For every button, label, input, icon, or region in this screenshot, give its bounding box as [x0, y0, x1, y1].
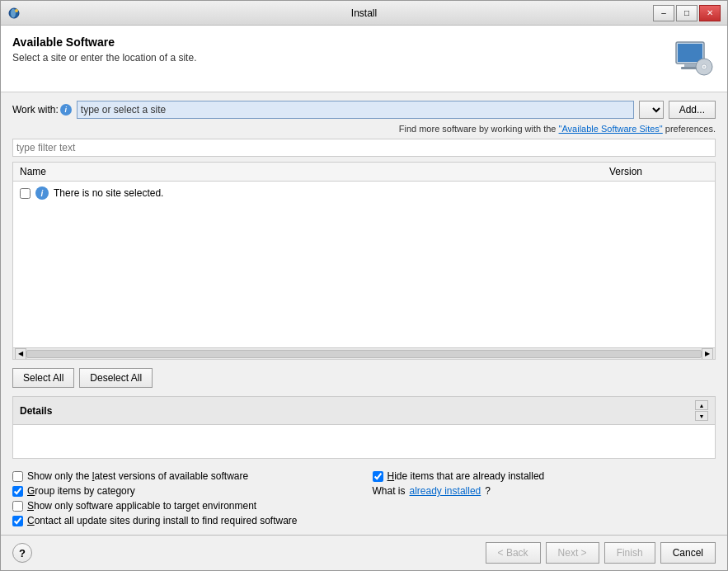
scroll-right-btn[interactable]: ▶ — [702, 348, 713, 360]
option-latest-versions-checkbox[interactable] — [12, 471, 23, 482]
header-text: Available Software Select a site or ente… — [12, 35, 196, 64]
cancel-button[interactable]: Cancel — [660, 542, 716, 564]
title-bar-controls: – □ ✕ — [653, 5, 721, 21]
option-contact-update-sites-label: Contact all update sites during install … — [27, 515, 298, 526]
software-table: Name Version i There is no site selected… — [12, 162, 716, 360]
details-title-bar: Details ▲ ▼ — [13, 397, 715, 425]
option-hide-installed-checkbox[interactable] — [373, 471, 383, 482]
table-body: i There is no site selected. — [13, 182, 715, 347]
footer: ? < Back Next > Finish Cancel — [1, 535, 727, 570]
what-is-label: What is — [373, 485, 406, 497]
scroll-left-btn[interactable]: ◀ — [15, 348, 26, 360]
row-info-icon: i — [35, 186, 49, 200]
details-scroll-down[interactable]: ▼ — [695, 411, 708, 421]
site-input[interactable] — [77, 101, 634, 119]
details-scroll-up[interactable]: ▲ — [695, 400, 708, 410]
svg-rect-5 — [684, 64, 696, 67]
page-subtitle: Select a site or enter the location of a… — [12, 52, 196, 64]
title-bar-left — [7, 7, 21, 20]
site-dropdown[interactable] — [639, 101, 664, 119]
option-contact-update-sites: Contact all update sites during install … — [12, 515, 356, 526]
option-group-by-category-label: Group items by category — [27, 485, 135, 497]
option-target-env-checkbox[interactable] — [12, 501, 23, 512]
back-button[interactable]: < Back — [486, 542, 541, 564]
find-more-row: Find more software by working with the "… — [12, 124, 716, 134]
col-name-header: Name — [20, 166, 609, 177]
option-latest-versions: Show only the latest versions of availab… — [12, 470, 356, 482]
row-text: There is no site selected. — [54, 187, 163, 199]
what-is-suffix: ? — [485, 485, 491, 497]
option-contact-update-sites-checkbox[interactable] — [12, 516, 23, 526]
footer-left: ? — [12, 543, 32, 563]
svg-point-9 — [703, 66, 706, 68]
option-target-env: Show only software applicable to target … — [12, 500, 356, 512]
available-software-sites-link[interactable]: "Available Software Sites" — [559, 124, 663, 134]
filter-box — [12, 139, 716, 157]
finish-button[interactable]: Finish — [604, 542, 655, 564]
find-more-prefix: Find more software by working with the — [399, 124, 559, 134]
minimize-button[interactable]: – — [653, 5, 674, 21]
row-checkbox[interactable] — [20, 188, 31, 199]
svg-point-1 — [11, 8, 16, 17]
work-with-label: Work with: i — [12, 104, 72, 116]
work-with-info-icon: i — [60, 104, 72, 116]
col-version-header: Version — [609, 166, 708, 177]
work-with-row: Work with: i Add... — [12, 101, 716, 119]
install-window: Install – □ ✕ Available Software Select … — [0, 0, 728, 571]
maximize-button[interactable]: □ — [676, 5, 697, 21]
help-button[interactable]: ? — [12, 543, 32, 563]
svg-point-2 — [15, 9, 18, 12]
details-section: Details ▲ ▼ — [12, 396, 716, 459]
details-scroll-controls: ▲ ▼ — [695, 400, 708, 421]
table-header: Name Version — [13, 163, 715, 182]
options-section: Show only the latest versions of availab… — [12, 470, 716, 526]
option-group-by-category-checkbox[interactable] — [12, 486, 23, 497]
horizontal-scrollbar[interactable]: ◀ ▶ — [13, 347, 715, 359]
scroll-track[interactable] — [26, 350, 702, 358]
details-label: Details — [20, 405, 52, 417]
header-icon — [669, 35, 716, 82]
options-col1: Show only the latest versions of availab… — [12, 470, 356, 526]
add-button[interactable]: Add... — [669, 101, 716, 119]
details-body — [13, 425, 715, 458]
eclipse-icon — [7, 7, 21, 20]
option-hide-installed-label: Hide items that are already installed — [387, 470, 545, 482]
options-col2: Hide items that are already installed Wh… — [373, 470, 716, 526]
filter-input[interactable] — [16, 142, 712, 153]
title-bar: Install – □ ✕ — [1, 1, 727, 26]
main-area: Work with: i Add... Find more software b… — [1, 92, 727, 535]
page-title: Available Software — [12, 35, 196, 49]
option-group-by-category: Group items by category — [12, 485, 356, 497]
table-row: i There is no site selected. — [20, 185, 708, 201]
header-section: Available Software Select a site or ente… — [1, 26, 727, 92]
select-buttons-row: Select All Deselect All — [12, 368, 716, 388]
deselect-all-button[interactable]: Deselect All — [79, 368, 153, 388]
option-what-is-installed: What is already installed ? — [373, 485, 716, 497]
select-all-button[interactable]: Select All — [12, 368, 74, 388]
find-more-suffix: preferences. — [665, 124, 716, 134]
close-button[interactable]: ✕ — [699, 5, 721, 21]
window-title: Install — [351, 7, 377, 19]
option-target-env-label: Show only software applicable to target … — [27, 500, 256, 512]
option-hide-installed: Hide items that are already installed — [373, 470, 716, 482]
option-latest-versions-label: Show only the latest versions of availab… — [27, 470, 248, 482]
footer-right: < Back Next > Finish Cancel — [486, 542, 716, 564]
already-installed-link[interactable]: already installed — [410, 485, 481, 497]
svg-rect-4 — [678, 44, 702, 62]
next-button[interactable]: Next > — [546, 542, 599, 564]
